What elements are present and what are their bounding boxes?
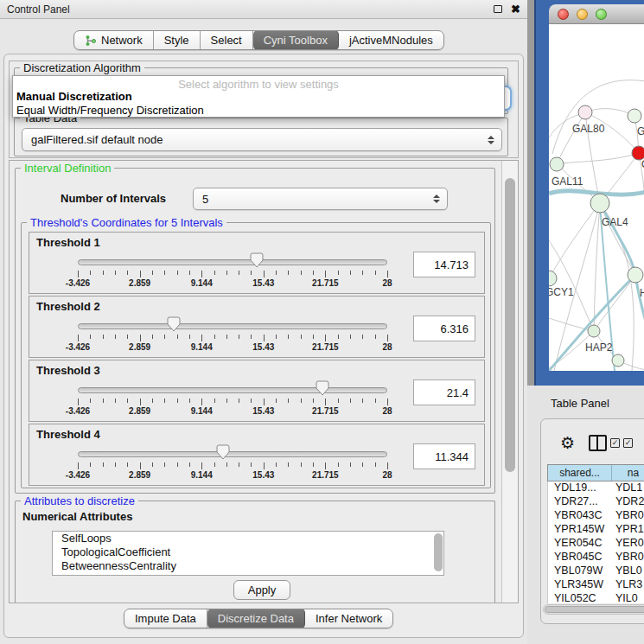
- tick-mark: [264, 335, 265, 341]
- network-node-gal11[interactable]: [550, 157, 564, 171]
- slider-thumb[interactable]: [250, 252, 264, 268]
- slider-thumb[interactable]: [316, 380, 329, 396]
- dropdown-option-equal-width[interactable]: Equal Width/Frequency Discretization: [13, 104, 504, 118]
- tick-mark: [152, 399, 153, 403]
- float-window-icon[interactable]: [494, 5, 502, 13]
- network-node-labels: GAL80 G C GAL11 GAL4 GCY1 H HAP2: [549, 123, 644, 354]
- table-row[interactable]: YIL052CYIL0: [548, 592, 644, 603]
- network-node-hap2[interactable]: [588, 325, 600, 337]
- table-data-combobox[interactable]: galFiltered.sif default node: [22, 128, 502, 151]
- threshold-value-field[interactable]: 6.316: [413, 316, 475, 341]
- table-row[interactable]: YDR27...YDR2: [548, 495, 644, 509]
- tick-mark: [387, 462, 388, 469]
- network-view-window: GAL80 G C GAL11 GAL4 GCY1 H HAP2: [534, 0, 644, 386]
- tick-mark: [375, 462, 376, 467]
- tick-mark: [313, 335, 314, 339]
- tick-mark: [90, 335, 91, 339]
- tick-mark: [226, 271, 227, 275]
- tick-mark: [313, 399, 314, 403]
- tick-mark: [189, 462, 190, 467]
- dropdown-option-manual[interactable]: Manual Discretization: [13, 90, 504, 104]
- table-body[interactable]: YDL19...YDL1 YDR27...YDR2 YBR043CYBR0 YP…: [547, 481, 644, 603]
- svg-text:H: H: [640, 287, 644, 299]
- tick-mark: [362, 271, 363, 275]
- tick-mark: [375, 399, 376, 403]
- table-row[interactable]: YDL19...YDL1: [548, 481, 644, 495]
- tab-discretize-data[interactable]: Discretize Data: [207, 609, 305, 628]
- tab-impute-data[interactable]: Impute Data: [124, 609, 207, 628]
- tab-select[interactable]: Select: [201, 31, 253, 49]
- table-row[interactable]: YBR045CYBR0: [548, 551, 644, 564]
- network-canvas[interactable]: GAL80 G C GAL11 GAL4 GCY1 H HAP2: [549, 24, 644, 371]
- slider-ticks: [78, 335, 387, 341]
- network-node-gcy1[interactable]: [549, 271, 557, 286]
- network-window-titlebar[interactable]: [549, 4, 644, 24]
- tab-style[interactable]: Style: [154, 31, 201, 49]
- table-data-group: Table Data galFiltered.sif default node: [14, 118, 508, 156]
- slider-track[interactable]: [78, 323, 387, 329]
- close-traffic-light-icon[interactable]: [558, 9, 569, 20]
- list-item[interactable]: BetweennessCentrality: [53, 559, 443, 573]
- slider-thumb[interactable]: [167, 316, 181, 332]
- slider-ticks: [78, 399, 387, 405]
- numerical-attributes-list[interactable]: SelfLoops TopologicalCoefficient Between…: [52, 531, 444, 576]
- network-node-gal80[interactable]: [578, 105, 592, 119]
- split-columns-icon[interactable]: [589, 435, 607, 451]
- checkbox-checked-icon[interactable]: ✓: [610, 438, 620, 448]
- scrollbar-thumb[interactable]: [505, 178, 515, 472]
- zoom-traffic-light-icon[interactable]: [596, 9, 607, 20]
- tab-network[interactable]: Network: [74, 31, 154, 49]
- network-node[interactable]: [628, 109, 641, 123]
- network-node[interactable]: [612, 354, 624, 367]
- table-row[interactable]: YLR345WYLR3: [548, 578, 644, 592]
- column-header-shared-name[interactable]: shared...: [548, 465, 612, 481]
- minimize-traffic-light-icon[interactable]: [577, 9, 588, 20]
- table-row[interactable]: YBL079WYBL0: [548, 564, 644, 578]
- tick-mark: [201, 399, 202, 405]
- slider-track[interactable]: [78, 387, 387, 393]
- tab-infer-network[interactable]: Infer Network: [305, 609, 392, 628]
- table-panel-title: Table Panel: [551, 397, 609, 410]
- slider-scale: -3.426 2.859 9.144 15.43 21.715 28: [78, 470, 387, 481]
- table-row[interactable]: YBR043CYBR0: [548, 509, 644, 523]
- thresholds-group: Threshold's Coordinates for 5 Intervals …: [21, 222, 491, 488]
- apply-button[interactable]: Apply: [233, 580, 290, 600]
- gear-icon[interactable]: ⚙: [560, 435, 575, 451]
- threshold-value-field[interactable]: 11.344: [413, 443, 475, 469]
- group-title: Attributes to discretize: [21, 494, 138, 507]
- number-of-intervals-combobox[interactable]: 5: [193, 188, 448, 210]
- network-node[interactable]: [628, 267, 643, 283]
- threshold-label: Threshold 3: [36, 364, 100, 377]
- tick-mark: [103, 462, 104, 467]
- slider-thumb[interactable]: [216, 444, 230, 460]
- tick-mark: [189, 399, 190, 403]
- list-scrollbar-thumb[interactable]: [434, 533, 443, 571]
- network-node-gal4[interactable]: [590, 194, 609, 213]
- horizontal-scrollbar[interactable]: [543, 604, 644, 615]
- threshold-value-field[interactable]: 21.4: [413, 379, 475, 405]
- column-header-name[interactable]: na: [612, 465, 644, 481]
- vertical-scrollbar[interactable]: [501, 161, 518, 603]
- close-icon[interactable]: ✖: [511, 3, 520, 15]
- slider-track[interactable]: [78, 259, 387, 265]
- tick-mark: [301, 335, 302, 339]
- tab-jactivemnodules[interactable]: jActiveMNodules: [339, 31, 443, 49]
- threshold-value-field[interactable]: 14.713: [413, 252, 475, 277]
- tab-label: Impute Data: [135, 612, 196, 625]
- slider-track[interactable]: [78, 451, 387, 457]
- table-row[interactable]: YPR145WYPR1: [548, 523, 644, 537]
- tick-mark: [214, 462, 215, 467]
- control-panel-titlebar: Control Panel ✖: [0, 0, 527, 19]
- tick-mark: [239, 462, 239, 467]
- list-item[interactable]: SelfLoops: [53, 532, 443, 545]
- checkbox-checked-icon[interactable]: ✓: [623, 438, 633, 448]
- stepper-arrows-icon: [433, 194, 440, 203]
- table-row[interactable]: YER054CYER0: [548, 537, 644, 551]
- tick-mark: [201, 271, 202, 277]
- scrollbar-thumb[interactable]: [545, 606, 644, 613]
- tab-cyni-toolbox[interactable]: Cyni Toolbox: [253, 30, 339, 50]
- tick-mark: [164, 335, 165, 339]
- tick-mark: [301, 271, 302, 275]
- list-item[interactable]: TopologicalCoefficient: [53, 545, 443, 559]
- tick-mark: [115, 399, 116, 403]
